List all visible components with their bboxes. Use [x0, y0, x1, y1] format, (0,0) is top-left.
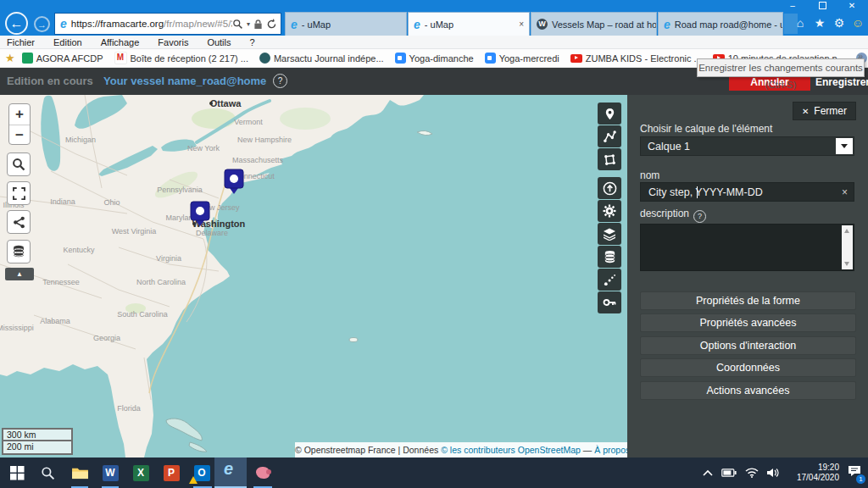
address-search-icon[interactable]: [232, 19, 243, 30]
description-help-icon[interactable]: ?: [693, 210, 706, 223]
bookmark-yoga-mercredi[interactable]: Yoga-mercredi: [485, 53, 559, 64]
forward-button[interactable]: →: [34, 16, 50, 32]
window-close-button[interactable]: ✕: [839, 0, 865, 11]
menu-fichier[interactable]: Fichier: [7, 37, 35, 47]
tray-chevron-icon[interactable]: [703, 469, 713, 476]
bookmark-agora[interactable]: AGORA AFCDP: [22, 53, 103, 64]
map-settings-button[interactable]: [598, 200, 621, 222]
map-label: Indiana: [50, 197, 75, 206]
file-explorer-button[interactable]: [70, 463, 90, 482]
map-label: Virginia: [156, 254, 181, 263]
scroll-down-icon[interactable]: [844, 262, 849, 266]
map-title-link[interactable]: Your vessel name_road@home: [103, 75, 266, 87]
share-button[interactable]: [7, 210, 31, 234]
back-button[interactable]: ←: [5, 12, 28, 35]
map-canvas[interactable]: MichiganNew YorkVermontNew HampshireMass…: [0, 95, 627, 458]
pink-app-icon: [256, 467, 270, 479]
folder-icon: [71, 466, 89, 480]
powerpoint-button[interactable]: P: [161, 463, 181, 482]
fullscreen-button[interactable]: [7, 181, 31, 205]
battery-icon[interactable]: [721, 469, 737, 477]
about-link[interactable]: À propos: [594, 445, 627, 455]
measure-route-button[interactable]: [598, 269, 621, 291]
settings-gear-icon[interactable]: ⚙: [831, 16, 848, 30]
window-minimize-button[interactable]: –: [780, 0, 805, 11]
action-center-button[interactable]: 1: [848, 465, 861, 480]
collapse-controls-button[interactable]: ▲: [5, 268, 34, 280]
favorites-star-icon[interactable]: ★: [811, 16, 828, 30]
draw-polygon-button[interactable]: [598, 148, 621, 170]
scroll-up-icon[interactable]: [844, 229, 849, 233]
map-label: West Virginia: [112, 227, 157, 236]
osm-contributors-link[interactable]: © les contributeurs OpenStreetMap: [441, 445, 581, 455]
map-label: Michigan: [65, 136, 96, 144]
clear-input-icon[interactable]: ×: [842, 183, 848, 202]
wifi-icon[interactable]: [745, 468, 759, 478]
taskbar-search-button[interactable]: [37, 463, 58, 482]
tab-road-map[interactable]: e Road map road@home - uMap: [658, 12, 783, 36]
coordinates-button[interactable]: Coordonnées: [640, 358, 856, 377]
smiley-feedback-icon[interactable]: ☺: [849, 16, 866, 30]
map-label: Vermont: [234, 118, 263, 126]
volume-icon[interactable]: [767, 468, 780, 478]
excel-button[interactable]: X: [131, 463, 151, 482]
search-caret-icon[interactable]: ▾: [247, 20, 250, 28]
bookmark-zumba-kids[interactable]: ZUMBA KIDS - Electronic ...: [570, 53, 702, 64]
textarea-scrollbar[interactable]: [842, 225, 853, 269]
tab-vessels-map[interactable]: W Vessels Map – road at home: [531, 12, 657, 36]
ie-favicon: e: [291, 19, 298, 30]
site-favicon: e: [60, 18, 67, 30]
clock[interactable]: 19:20 17/04/2020: [788, 463, 839, 484]
home-icon[interactable]: ⌂: [792, 16, 809, 30]
layer-select-value: Calque 1: [648, 141, 690, 152]
word-button[interactable]: W: [100, 463, 120, 482]
map-label: Kentucky: [63, 246, 95, 254]
window-restore-button[interactable]: [810, 0, 835, 11]
lock-icon: [253, 19, 263, 30]
menu-edition[interactable]: Edition: [53, 37, 82, 47]
menu-bar: Fichier Edition Affichage Favoris Outils…: [0, 36, 868, 49]
draw-marker-button[interactable]: [598, 103, 621, 125]
start-button[interactable]: [7, 463, 27, 482]
permissions-button[interactable]: [598, 291, 621, 313]
zoom-out-button[interactable]: −: [9, 125, 30, 146]
bookmark-gmail-inbox[interactable]: M Boîte de réception (2 217) ...: [114, 52, 248, 64]
data-layers-button[interactable]: [7, 240, 31, 263]
layer-select[interactable]: Calque 1: [640, 136, 854, 156]
map-search-button[interactable]: [7, 152, 31, 176]
draw-polyline-button[interactable]: [598, 125, 621, 147]
address-bar[interactable]: e https://framacarte.org /fr/map/new/#5/…: [54, 13, 281, 35]
help-icon[interactable]: ?: [273, 74, 287, 88]
map-label: Tennessee: [42, 278, 80, 286]
pink-app-button[interactable]: [253, 463, 273, 482]
name-input[interactable]: City step, YYYY-MM-DD ×: [640, 182, 854, 202]
advanced-properties-button[interactable]: Propriétés avancées: [640, 313, 856, 332]
name-field-label: nom: [640, 169, 659, 181]
tab-close-icon[interactable]: ×: [514, 19, 524, 29]
zoom-in-button[interactable]: +: [9, 104, 30, 125]
menu-favoris[interactable]: Favoris: [158, 37, 188, 47]
tab-umap-2-active[interactable]: e - uMap ×: [408, 12, 530, 36]
map-label: Ohio: [103, 198, 120, 207]
tab-umap-1[interactable]: e - uMap: [285, 12, 407, 36]
interaction-options-button[interactable]: Options d'interaction: [640, 336, 856, 355]
refresh-icon[interactable]: [266, 19, 277, 30]
menu-outils[interactable]: Outils: [207, 37, 231, 47]
add-favorite-star-icon[interactable]: ★: [5, 52, 15, 64]
menu-help[interactable]: ?: [250, 37, 255, 47]
outlook-button[interactable]: O: [192, 463, 212, 482]
close-panel-button[interactable]: ✕Fermer: [793, 102, 856, 120]
manage-layers-button[interactable]: [598, 223, 621, 245]
description-textarea[interactable]: [640, 224, 854, 271]
internet-explorer-button-active[interactable]: e: [214, 458, 247, 488]
shape-properties-button[interactable]: Propriétés de la forme: [640, 291, 856, 310]
bookmark-yoga-dimanche[interactable]: Yoga-dimanche: [395, 53, 474, 64]
bookmark-marsactu[interactable]: Marsactu Journal indépe...: [259, 53, 384, 64]
bookmark-label: Boîte de réception (2 217) ...: [131, 53, 248, 64]
attribution-text: © Openstreetmap France | Données: [295, 445, 441, 455]
browse-data-button[interactable]: [598, 246, 621, 268]
advanced-actions-button[interactable]: Actions avancées: [640, 381, 856, 400]
search-icon: [12, 158, 25, 171]
menu-affichage[interactable]: Affichage: [101, 37, 140, 47]
import-data-button[interactable]: [598, 177, 621, 199]
